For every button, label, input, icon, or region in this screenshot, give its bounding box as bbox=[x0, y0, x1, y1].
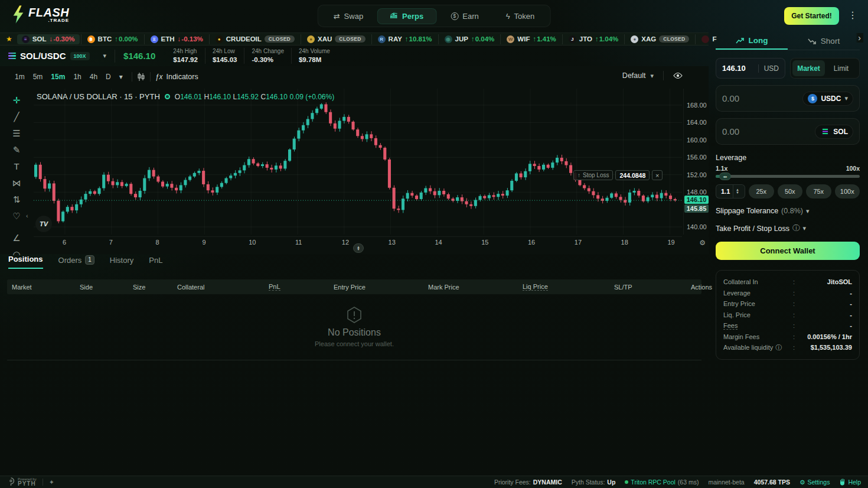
timeframe-1d[interactable]: D bbox=[102, 71, 115, 83]
detail-fees[interactable]: Fees: - bbox=[723, 320, 852, 331]
timeframe-1m[interactable]: 1m bbox=[11, 71, 29, 83]
time-tick: 11 bbox=[295, 239, 302, 246]
slippage-tolerance-row[interactable]: Slippage Tolerance (0.8%) ▾ bbox=[716, 207, 860, 215]
empty-title: No Positions bbox=[328, 327, 381, 338]
timeframe-4h[interactable]: 4h bbox=[86, 71, 102, 83]
pyth-logo[interactable]: Powered by PYTH bbox=[7, 477, 37, 487]
up-arrow-icon: ↑ bbox=[577, 172, 580, 178]
help-button[interactable]: Help bbox=[839, 479, 861, 486]
tradingview-watermark[interactable]: TV bbox=[35, 216, 52, 232]
timeframe-15m[interactable]: 15m bbox=[47, 71, 69, 83]
limit-price-field: USD bbox=[716, 58, 785, 79]
ticker-item-sol[interactable]: ≡ SOL ↓-0.30% bbox=[17, 34, 80, 44]
tpsl-row[interactable]: Take Profit / Stop Loss ⓘ ▾ bbox=[716, 223, 860, 233]
brush-icon[interactable]: ✎ bbox=[8, 144, 25, 155]
nav-item-earn[interactable]: $ Earn bbox=[438, 8, 491, 24]
leverage-input[interactable] bbox=[716, 188, 733, 195]
layout-select[interactable]: Default bbox=[622, 71, 646, 80]
price-input[interactable] bbox=[722, 64, 756, 73]
nav-item-token[interactable]: ϟ Token bbox=[493, 8, 548, 24]
leverage-slider[interactable]: ◂▸ bbox=[716, 175, 860, 178]
chevron-down-icon[interactable]: ▾ bbox=[650, 72, 654, 80]
order-type-limit[interactable]: Limit bbox=[825, 60, 857, 76]
indicators-button[interactable]: ƒx Indicators bbox=[155, 73, 198, 81]
trend-line-icon[interactable]: ╱ bbox=[8, 111, 25, 122]
timeframe-5m[interactable]: 5m bbox=[29, 71, 47, 83]
receive-amount-input[interactable] bbox=[722, 126, 775, 136]
tab-positions[interactable]: Positions bbox=[8, 255, 43, 269]
candle-style-icon[interactable] bbox=[137, 73, 145, 81]
panel-resize-handle[interactable]: ▲▼ bbox=[353, 243, 364, 253]
sparkle-icon[interactable]: ✦ bbox=[49, 479, 54, 486]
get-started-button[interactable]: Get Started! bbox=[784, 7, 839, 25]
text-tool-icon[interactable]: T bbox=[8, 161, 25, 172]
nav-item-perps[interactable]: Perps bbox=[377, 8, 436, 24]
fib-retracement-icon[interactable]: ☰ bbox=[8, 128, 25, 139]
pay-amount-input[interactable] bbox=[722, 93, 775, 103]
candlestick-chart[interactable] bbox=[34, 89, 682, 235]
flash-bolt-icon bbox=[12, 5, 25, 24]
tab-history[interactable]: History bbox=[110, 256, 133, 269]
ticker-item-crudeoil[interactable]: ● CRUDEOIL CLOSED bbox=[209, 34, 301, 44]
stop-loss-value[interactable]: 244.0848 bbox=[615, 170, 650, 180]
tab-short[interactable]: Short bbox=[788, 32, 860, 50]
leverage-50x-button[interactable]: 50x bbox=[778, 184, 803, 199]
chart-symbol-title: SOLANA / US DOLLAR · 15 · PYTH bbox=[37, 92, 160, 101]
leverage-75x-button[interactable]: 75x bbox=[806, 184, 831, 199]
leverage-slider-handle[interactable]: ◂▸ bbox=[719, 173, 731, 180]
tab-pnl[interactable]: PnL bbox=[149, 256, 162, 269]
emoji-heart-icon[interactable]: ♡ bbox=[8, 210, 25, 222]
toolbar-collapse-icon[interactable]: ‹ bbox=[26, 212, 28, 219]
crosshair-icon[interactable]: ✛ bbox=[8, 95, 25, 106]
col-liq-price[interactable]: Liq Price bbox=[523, 283, 548, 291]
rpc-status[interactable]: Triton RPC Pool (63 ms) bbox=[625, 479, 699, 486]
leverage-25x-button[interactable]: 25x bbox=[749, 184, 774, 199]
ticker-item-jup[interactable]: ◎ JUP ↑0.04% bbox=[438, 34, 501, 44]
timeframe-more-icon[interactable]: ▾ bbox=[115, 71, 127, 83]
tab-orders[interactable]: Orders 1 bbox=[58, 255, 94, 269]
stop-loss-label[interactable]: ↑ Stop Loss bbox=[573, 170, 613, 180]
col-collateral: Collateral bbox=[177, 284, 269, 291]
ticker-item-ray[interactable]: R RAY ↑10.81% bbox=[371, 34, 438, 44]
settings-button[interactable]: ⚙ Settings bbox=[800, 479, 830, 486]
info-icon[interactable]: ⓘ bbox=[775, 343, 782, 352]
time-tick: 10 bbox=[249, 239, 256, 246]
ticker-item-btc[interactable]: ฿ BTC ↑0.00% bbox=[81, 34, 144, 44]
up-arrow-icon: ↑ bbox=[533, 35, 536, 43]
brand-name: FLASH bbox=[28, 6, 69, 18]
price-axis[interactable]: 146.10 145.85 168.00164.00160.00156.0015… bbox=[683, 89, 709, 235]
overflow-menu-icon[interactable]: ⋮ bbox=[848, 9, 857, 21]
long-short-position-icon[interactable]: ⇅ bbox=[8, 194, 25, 205]
leverage-100x-button[interactable]: 100x bbox=[835, 184, 860, 199]
stop-loss-close-icon[interactable]: × bbox=[652, 170, 663, 180]
drawing-toolbar: ✛ ╱ ☰ ✎ T ⋈ ⇅ ♡ ∠ ◠ bbox=[0, 90, 33, 246]
ticker-item-wif[interactable]: W WIF ↑1.41% bbox=[500, 34, 562, 44]
pair-selector[interactable]: SOL/USDC 100X ▾ bbox=[0, 51, 106, 61]
col-pnl[interactable]: PnL bbox=[269, 283, 280, 291]
chevron-down-icon: ▾ bbox=[844, 95, 848, 102]
flash-logo[interactable]: FLASH .TRADE bbox=[12, 5, 69, 24]
sol-token-icon: ≡ bbox=[22, 35, 30, 43]
ticker-item-jto[interactable]: J JTO ↑1.04% bbox=[562, 34, 625, 44]
order-type-market[interactable]: Market bbox=[792, 60, 825, 76]
nav-item-swap[interactable]: ⇄ Swap bbox=[321, 8, 376, 24]
ticker-item-xag[interactable]: ● XAG CLOSED bbox=[624, 34, 695, 44]
xabcd-pattern-icon[interactable]: ⋈ bbox=[8, 177, 25, 188]
favorites-star-icon[interactable]: ★ bbox=[6, 35, 12, 43]
eye-icon[interactable] bbox=[673, 72, 683, 79]
tab-long[interactable]: Long bbox=[716, 32, 788, 50]
pay-token-selector[interactable]: $ USDC ▾ bbox=[802, 92, 853, 106]
earn-coin-icon: $ bbox=[451, 12, 458, 20]
ruler-icon[interactable]: ∠ bbox=[8, 232, 25, 243]
connect-wallet-button[interactable]: Connect Wallet bbox=[716, 242, 860, 260]
priority-fees[interactable]: Priority Fees: DYNAMIC bbox=[494, 479, 562, 486]
timeframe-1h[interactable]: 1h bbox=[69, 71, 85, 83]
receive-token-selector[interactable]: SOL bbox=[815, 125, 853, 139]
stat-24h-low: 24h Low $145.03 bbox=[205, 48, 244, 64]
time-tick: 6 bbox=[63, 239, 66, 246]
ticker-item-eth[interactable]: Ξ ETH ↓-0.13% bbox=[144, 34, 209, 44]
ticker-item-xau[interactable]: ● XAU CLOSED bbox=[301, 34, 371, 44]
axis-settings-icon[interactable]: ⚙ bbox=[699, 239, 706, 247]
direction-tabs: Long Short bbox=[716, 32, 860, 50]
leverage-stepper[interactable]: ▲▼ bbox=[733, 185, 742, 198]
